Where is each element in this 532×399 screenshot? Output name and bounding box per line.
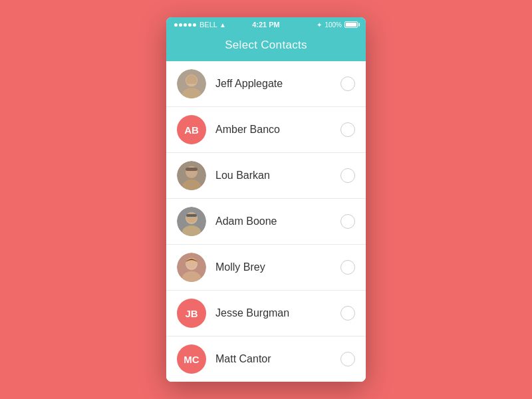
status-left: BELL ▲ xyxy=(174,21,226,29)
battery-label: 100% xyxy=(325,21,342,29)
avatar xyxy=(177,253,206,282)
status-time: 4:21 PM xyxy=(252,21,280,29)
signal-dot-4 xyxy=(188,23,192,27)
avatar xyxy=(177,161,206,190)
svg-rect-8 xyxy=(186,168,198,171)
nav-bar: Select Contacts xyxy=(166,32,366,61)
radio-button[interactable] xyxy=(340,122,355,137)
status-bar: BELL ▲ 4:21 PM ✦ 100% xyxy=(166,17,366,32)
status-right: ✦ 100% xyxy=(317,21,358,29)
signal-dot-5 xyxy=(193,23,196,27)
signal-dot-2 xyxy=(179,23,182,27)
list-item[interactable]: JB Jesse Burgman xyxy=(166,291,366,336)
list-item[interactable]: Adam Boone xyxy=(166,199,366,245)
contact-name: Matt Cantor xyxy=(215,353,340,365)
list-item[interactable]: Lou Barkan xyxy=(166,153,366,199)
wifi-icon: ▲ xyxy=(219,21,226,29)
avatar-initials: AB xyxy=(184,124,199,136)
svg-point-12 xyxy=(186,212,197,223)
contact-name: Adam Boone xyxy=(215,215,340,227)
contact-name: Jeff Applegate xyxy=(215,78,340,90)
avatar: AB xyxy=(177,115,206,144)
svg-rect-13 xyxy=(186,214,197,217)
carrier-label: BELL xyxy=(200,21,217,29)
phone-wrapper: BELL ▲ 4:21 PM ✦ 100% Select Contacts xyxy=(166,17,366,382)
list-item[interactable]: AB Amber Banco xyxy=(166,107,366,153)
page-title: Select Contacts xyxy=(225,39,307,51)
radio-button[interactable] xyxy=(340,168,355,183)
signal-dots xyxy=(174,23,196,27)
avatar xyxy=(177,69,206,98)
list-item[interactable]: Molly Brey xyxy=(166,245,366,291)
avatar-initials: MC xyxy=(184,354,199,365)
contact-list: Jeff Applegate AB Amber Banco Lou xyxy=(166,61,366,382)
list-item[interactable]: MC Matt Cantor xyxy=(166,336,366,382)
radio-button[interactable] xyxy=(340,260,355,275)
radio-button[interactable] xyxy=(340,306,355,321)
avatar xyxy=(177,207,206,236)
list-item[interactable]: Jeff Applegate xyxy=(166,61,366,107)
battery-fill xyxy=(346,23,356,27)
battery-icon xyxy=(344,21,358,28)
radio-button[interactable] xyxy=(340,352,355,366)
contact-name: Amber Banco xyxy=(215,124,340,136)
signal-dot-1 xyxy=(174,23,178,27)
contact-name: Lou Barkan xyxy=(215,170,340,182)
radio-button[interactable] xyxy=(340,214,355,229)
contact-name: Jesse Burgman xyxy=(215,307,340,319)
avatar: JB xyxy=(177,299,206,328)
radio-button[interactable] xyxy=(340,76,355,91)
avatar-initials: JB xyxy=(185,308,198,319)
avatar: MC xyxy=(177,344,206,374)
signal-dot-3 xyxy=(184,23,187,27)
bluetooth-icon: ✦ xyxy=(317,21,322,29)
contact-name: Molly Brey xyxy=(215,261,340,273)
